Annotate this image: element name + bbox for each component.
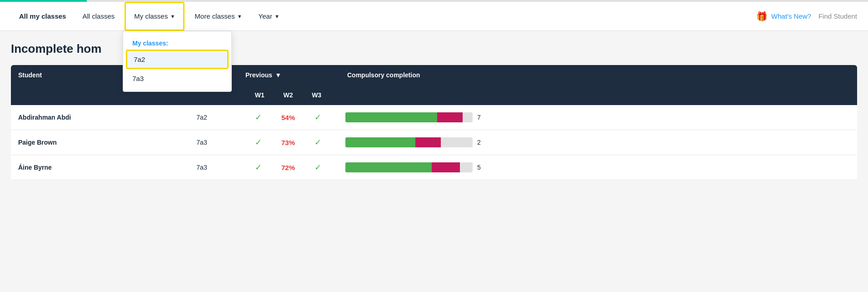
subheader-w1: W1 [255,91,264,99]
student-class: 7a3 [165,130,238,155]
bar-red [437,112,463,122]
w1-check: ✓ [255,162,262,172]
student-previous: ✓ 72% ✓ [238,155,338,180]
bar-red [432,162,460,172]
table-row: Áine Byrne 7a3 ✓ 72% ✓ [11,155,857,180]
student-name: Abdirahman Abdi [11,105,165,130]
bar-gray [460,162,473,172]
trailing-num: 7 [477,114,481,121]
student-class: 7a2 [165,105,238,130]
nav-more-classes-label: More classes [195,12,234,20]
student-name: Áine Byrne [11,155,165,180]
bar-green [345,137,415,147]
table-row: Paige Brown 7a3 ✓ 73% ✓ [11,130,857,155]
trailing-num: 5 [477,164,481,171]
gift-icon: 🎁 [756,11,768,22]
completion-cell: 5 [338,155,857,180]
student-previous: ✓ 73% ✓ [238,130,338,155]
w3-check: ✓ [314,112,321,122]
student-class: 7a3 [165,155,238,180]
nav-more-classes-arrow: ▼ [237,14,242,19]
dropdown-item-7a2[interactable]: 7a2 [126,50,229,69]
subheader-empty-3 [338,85,857,105]
student-previous: ✓ 54% ✓ [238,105,338,130]
completion-bar [345,162,473,172]
navbar: All my classes All classes My classes ▼ … [0,2,868,31]
table-body: Abdirahman Abdi 7a2 ✓ 54% ✓ [11,105,857,180]
completion-bar [345,137,473,147]
bar-gray [463,112,473,122]
completion-cell: 2 [338,130,857,155]
bar-red [415,137,441,147]
table-row: Abdirahman Abdi 7a2 ✓ 54% ✓ [11,105,857,130]
w3-check: ✓ [314,137,321,147]
nav-more-classes[interactable]: More classes ▼ [186,2,250,31]
w1-check: ✓ [255,137,262,147]
nav-year-arrow: ▼ [274,14,279,19]
nav-year-label: Year [259,12,272,20]
nav-right: 🎁 What's New? Find Student [756,11,857,22]
my-classes-dropdown-container: My classes ▼ My classes: 7a2 7a3 [123,2,186,31]
whats-new-label: What's New? [771,12,811,20]
subheader-w-cols: W1 W2 W3 [238,85,338,105]
nav-my-classes-arrow: ▼ [170,14,175,19]
subheader-w3: W3 [312,91,321,99]
student-name: Paige Brown [11,130,165,155]
completion-bar [345,112,473,122]
bar-green [345,162,432,172]
previous-sort-icon[interactable]: ▼ [275,71,281,79]
previous-label: Previous [245,71,272,79]
w2-pct: 54% [281,114,295,121]
nav-my-classes-label: My classes [134,12,168,20]
bar-gray [441,137,473,147]
find-student-button[interactable]: Find Student [818,12,857,20]
col-previous: Previous ▼ [238,65,338,85]
whats-new-button[interactable]: 🎁 What's New? [756,11,811,22]
w2-pct: 72% [281,164,295,171]
w1-check: ✓ [255,112,262,122]
dropdown-item-7a3[interactable]: 7a3 [123,69,231,88]
w3-check: ✓ [314,162,321,172]
subheader-w2: W2 [283,91,293,99]
completion-cell: 7 [338,105,857,130]
nav-all-classes[interactable]: All classes [74,2,123,31]
dropdown-section-label: My classes: [123,35,231,50]
my-classes-dropdown-menu: My classes: 7a2 7a3 [123,31,232,92]
trailing-num: 2 [477,139,481,146]
nav-my-classes[interactable]: My classes ▼ [125,2,185,31]
bar-green [345,112,437,122]
w2-pct: 73% [281,139,295,146]
nav-all-my-classes[interactable]: All my classes [11,2,74,31]
col-compulsory: Compulsory completion [338,65,857,85]
nav-year[interactable]: Year ▼ [250,2,288,31]
